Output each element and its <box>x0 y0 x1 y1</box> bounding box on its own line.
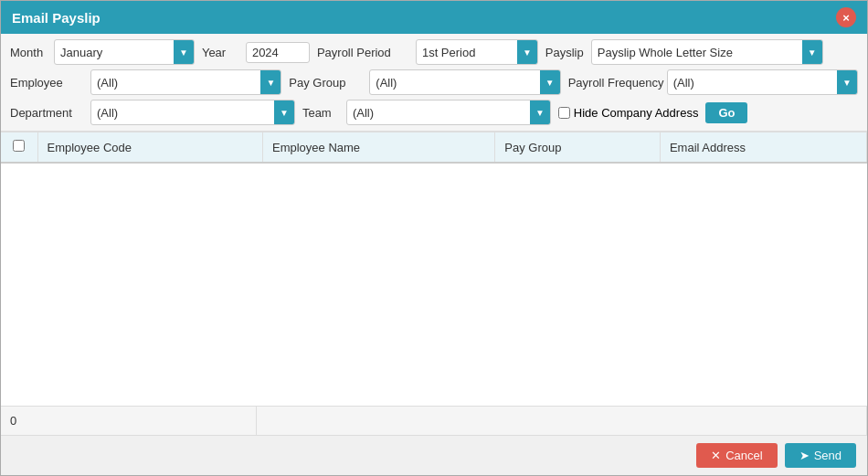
hide-company-address-label: Hide Company Address <box>574 106 699 120</box>
month-label: Month <box>10 46 47 59</box>
payroll-period-select-wrapper: ▼ <box>416 39 538 65</box>
team-input[interactable] <box>347 103 530 122</box>
close-button[interactable]: × <box>836 7 856 27</box>
payroll-frequency-select-wrapper: ▼ <box>667 69 858 95</box>
modal-title: Email Payslip <box>12 10 101 26</box>
modal-header: Email Payslip × <box>1 1 867 34</box>
month-dropdown-arrow[interactable]: ▼ <box>174 40 194 64</box>
month-select-wrapper: ▼ <box>54 39 195 65</box>
department-select-wrapper: ▼ <box>90 100 295 125</box>
modal-footer: ✕ Cancel ➤ Send <box>1 435 867 475</box>
team-select-wrapper: ▼ <box>346 100 551 125</box>
payslip-input[interactable] <box>592 43 802 62</box>
pay-group-input[interactable] <box>370 73 539 92</box>
pay-group-select-wrapper: ▼ <box>369 69 560 95</box>
pay-group-label: Pay Group <box>289 76 362 90</box>
employee-dropdown-arrow[interactable]: ▼ <box>260 70 281 94</box>
payroll-period-label: Payroll Period <box>317 46 408 59</box>
payslip-label: Payslip <box>545 46 584 59</box>
select-all-checkbox[interactable] <box>13 140 25 152</box>
filters-panel: Month ▼ Year Payroll Period ▼ Payslip ▼ <box>1 34 867 132</box>
employee-input[interactable] <box>91 73 260 92</box>
send-icon: ➤ <box>799 449 810 462</box>
payroll-period-input[interactable] <box>417 43 517 62</box>
col-employee-code: Employee Code <box>37 132 262 163</box>
table-header-row: Employee Code Employee Name Pay Group Em… <box>1 132 867 163</box>
cancel-label: Cancel <box>725 449 762 462</box>
hide-company-address-wrapper[interactable]: Hide Company Address <box>558 106 699 120</box>
col-checkbox[interactable] <box>1 132 37 163</box>
team-label: Team <box>302 106 339 120</box>
payslip-dropdown-arrow[interactable]: ▼ <box>802 40 822 64</box>
pay-group-dropdown-arrow[interactable]: ▼ <box>540 70 560 94</box>
department-input[interactable] <box>91 103 274 122</box>
payroll-frequency-dropdown-arrow[interactable]: ▼ <box>837 70 857 94</box>
payroll-frequency-label: Payroll Frequency <box>568 76 660 90</box>
col-pay-group: Pay Group <box>495 132 661 163</box>
results-table-container: Employee Code Employee Name Pay Group Em… <box>1 132 867 406</box>
send-label: Send <box>814 449 842 462</box>
email-payslip-modal: Email Payslip × Month ▼ Year Payroll Per… <box>0 0 868 476</box>
filter-row-1: Month ▼ Year Payroll Period ▼ Payslip ▼ <box>10 39 858 65</box>
team-dropdown-arrow[interactable]: ▼ <box>530 100 550 124</box>
payroll-frequency-input[interactable] <box>668 73 837 92</box>
filter-row-2: Employee ▼ Pay Group ▼ Payroll Frequency… <box>10 69 858 95</box>
year-input[interactable] <box>246 42 310 63</box>
footer-count: 0 <box>1 407 257 435</box>
employee-label: Employee <box>10 76 83 90</box>
col-employee-name: Employee Name <box>262 132 494 163</box>
cancel-button[interactable]: ✕ Cancel <box>696 443 777 468</box>
hide-company-address-checkbox[interactable] <box>558 107 570 119</box>
department-label: Department <box>10 106 83 120</box>
table-footer: 0 <box>1 406 867 435</box>
modal-body: Month ▼ Year Payroll Period ▼ Payslip ▼ <box>1 34 867 435</box>
go-button[interactable]: Go <box>705 102 747 123</box>
payslip-select-wrapper: ▼ <box>591 39 823 65</box>
cancel-icon: ✕ <box>711 449 721 462</box>
results-table: Employee Code Employee Name Pay Group Em… <box>1 132 867 164</box>
year-label: Year <box>202 46 238 59</box>
employee-select-wrapper: ▼ <box>90 69 281 95</box>
footer-spacer <box>257 407 867 435</box>
filter-row-3: Department ▼ Team ▼ Hide Company Address… <box>10 100 858 125</box>
col-email-address: Email Address <box>660 132 866 163</box>
month-input[interactable] <box>55 43 174 62</box>
payroll-period-dropdown-arrow[interactable]: ▼ <box>517 40 537 64</box>
department-dropdown-arrow[interactable]: ▼ <box>274 100 294 124</box>
send-button[interactable]: ➤ Send <box>785 443 856 468</box>
